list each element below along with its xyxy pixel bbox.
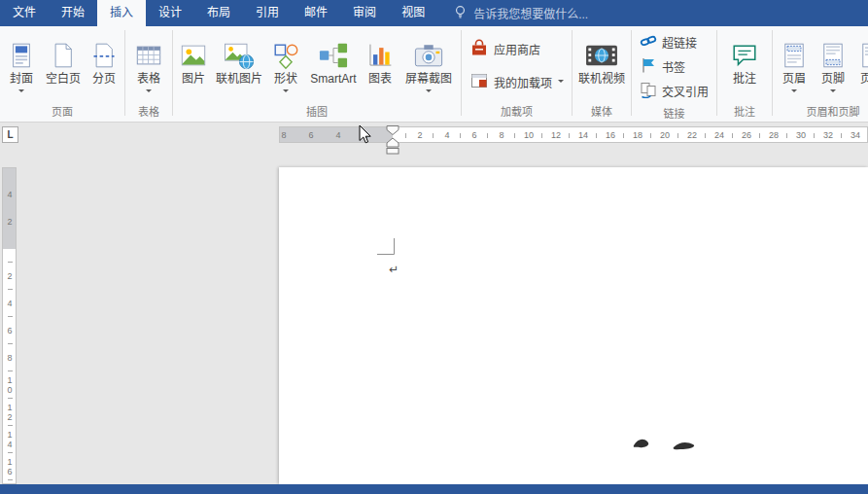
online-video-button[interactable]: 联机视频 bbox=[574, 26, 629, 87]
comment-icon bbox=[730, 37, 759, 70]
page-number-icon bbox=[858, 37, 868, 70]
header-label: 页眉 bbox=[782, 72, 806, 87]
cross-reference-button[interactable]: 交叉引用 bbox=[636, 79, 712, 103]
group-label-header-footer: 页眉和页脚 bbox=[807, 105, 860, 122]
footer-button[interactable]: 页脚 bbox=[814, 26, 852, 95]
ruler-tick-label: 6 bbox=[5, 326, 14, 335]
screenshot-icon bbox=[413, 37, 444, 70]
shapes-button[interactable]: 形状 bbox=[266, 26, 305, 95]
cover-page-button[interactable]: 封面 bbox=[2, 26, 41, 95]
horizontal-ruler[interactable]: 2468246810121416182022242628303234 bbox=[0, 126, 868, 143]
ruler-tick-label: 16 bbox=[5, 457, 14, 476]
tell-me-search[interactable]: 告诉我您想要做什么... bbox=[453, 0, 588, 26]
group-label-links: 链接 bbox=[664, 107, 685, 122]
chart-button[interactable]: 图表 bbox=[362, 26, 399, 87]
tab-file[interactable]: 文件 bbox=[0, 0, 49, 26]
document-canvas: ↵ bbox=[0, 123, 868, 484]
ruler-tick-label: 28 bbox=[769, 130, 779, 140]
store-icon bbox=[469, 38, 489, 60]
group-label-pages: 页面 bbox=[52, 105, 73, 122]
paragraph-mark: ↵ bbox=[389, 263, 399, 276]
dropdown-caret-icon bbox=[283, 89, 289, 95]
dropdown-caret-icon bbox=[146, 89, 152, 95]
online-video-label: 联机视频 bbox=[578, 72, 625, 87]
hyperlink-label: 超链接 bbox=[662, 34, 697, 51]
smartart-icon bbox=[318, 37, 349, 70]
store-button[interactable]: 应用商店 bbox=[466, 36, 544, 62]
ribbon-group-media: 联机视频 媒体 bbox=[573, 26, 631, 122]
pictures-button[interactable]: 图片 bbox=[175, 26, 212, 87]
online-pictures-button[interactable]: 联机图片 bbox=[212, 26, 266, 87]
blank-page-icon bbox=[50, 37, 77, 70]
ruler-tick-label: 4 bbox=[335, 130, 340, 140]
page-number-button[interactable]: 页码 bbox=[852, 26, 868, 95]
ruler-top-margin bbox=[2, 167, 17, 249]
ribbon-group-links: 超链接 书签 交叉引用 链接 bbox=[632, 26, 716, 122]
group-label-addins: 加载项 bbox=[501, 105, 533, 122]
blank-page-button[interactable]: 空白页 bbox=[41, 26, 86, 87]
chart-icon bbox=[366, 37, 394, 70]
table-label: 表格 bbox=[137, 72, 160, 87]
new-comment-label: 批注 bbox=[733, 72, 756, 87]
ruler-tick-label: 20 bbox=[660, 130, 670, 140]
ribbon-group-addins: 应用商店 我的加载项 加载项 bbox=[462, 26, 572, 122]
pictures-icon bbox=[179, 37, 208, 70]
ruler-tick-label: 8 bbox=[281, 130, 286, 140]
group-label-tables: 表格 bbox=[138, 105, 159, 122]
ribbon-tab-bar: 文件 开始 插入 设计 布局 引用 邮件 审阅 视图 告诉我您想要做什么... bbox=[0, 0, 868, 26]
page-break-button[interactable]: 分页 bbox=[86, 26, 122, 87]
vertical-ruler[interactable]: 24246810121416 bbox=[2, 167, 17, 484]
blank-page-label: 空白页 bbox=[46, 72, 81, 87]
tab-view[interactable]: 视图 bbox=[389, 0, 437, 26]
my-addins-icon bbox=[469, 71, 489, 93]
smartart-label: SmartArt bbox=[310, 72, 356, 87]
tab-design[interactable]: 设计 bbox=[146, 0, 194, 26]
tell-me-placeholder: 告诉我您想要做什么... bbox=[473, 5, 588, 21]
pictures-label: 图片 bbox=[182, 72, 205, 87]
smartart-button[interactable]: SmartArt bbox=[305, 26, 362, 87]
ruler-tick-label: 12 bbox=[5, 403, 14, 422]
tab-mailings[interactable]: 邮件 bbox=[292, 0, 340, 26]
dropdown-caret-icon bbox=[426, 89, 432, 95]
new-comment-button[interactable]: 批注 bbox=[725, 26, 764, 87]
ruler-tick-label: 10 bbox=[524, 130, 534, 140]
dropdown-caret-icon bbox=[18, 89, 24, 95]
cross-reference-icon bbox=[640, 81, 657, 101]
dropdown-caret-icon bbox=[791, 89, 797, 95]
ruler-tick-label: 14 bbox=[578, 130, 588, 140]
left-indent-marker bbox=[387, 149, 399, 155]
ruler-tick-label: 2 bbox=[417, 130, 422, 140]
group-label-comments: 批注 bbox=[734, 105, 755, 122]
first-line-indent-marker bbox=[387, 126, 399, 135]
indent-markers[interactable] bbox=[386, 125, 400, 155]
ruler-tick-label: 2 bbox=[5, 217, 14, 227]
status-bar bbox=[0, 484, 868, 494]
tab-insert[interactable]: 插入 bbox=[97, 0, 146, 26]
chart-label: 图表 bbox=[368, 72, 392, 87]
tab-references[interactable]: 引用 bbox=[243, 0, 292, 26]
hanging-indent-marker bbox=[387, 138, 399, 147]
tab-home[interactable]: 开始 bbox=[49, 0, 97, 26]
table-button[interactable]: 表格 bbox=[127, 26, 170, 95]
ink-smudge bbox=[632, 438, 653, 449]
page-break-icon bbox=[90, 37, 118, 70]
ribbon-group-pages: 封面 空白页 分页 页面 bbox=[0, 26, 124, 122]
bookmark-button[interactable]: 书签 bbox=[636, 54, 689, 79]
my-addins-label: 我的加载项 bbox=[494, 74, 552, 90]
tab-layout[interactable]: 布局 bbox=[194, 0, 243, 26]
cover-page-icon bbox=[8, 37, 35, 70]
ribbon-group-illustrations: 图片 联机图片 形状 bbox=[173, 26, 461, 122]
document-page[interactable]: ↵ bbox=[279, 167, 868, 484]
my-addins-button[interactable]: 我的加载项 bbox=[466, 69, 568, 95]
lightbulb-icon bbox=[453, 4, 468, 22]
bookmark-icon bbox=[640, 56, 657, 77]
page-number-label: 页码 bbox=[860, 72, 868, 87]
dropdown-caret-icon bbox=[558, 80, 564, 86]
screenshot-button[interactable]: 屏幕截图 bbox=[399, 26, 459, 95]
header-button[interactable]: 页眉 bbox=[775, 26, 814, 95]
ruler-tick-label: 34 bbox=[851, 130, 860, 140]
ruler-tick-label: 8 bbox=[499, 130, 503, 140]
tab-review[interactable]: 审阅 bbox=[340, 0, 389, 26]
page-break-label: 分页 bbox=[92, 72, 116, 87]
hyperlink-button[interactable]: 超链接 bbox=[636, 30, 701, 54]
